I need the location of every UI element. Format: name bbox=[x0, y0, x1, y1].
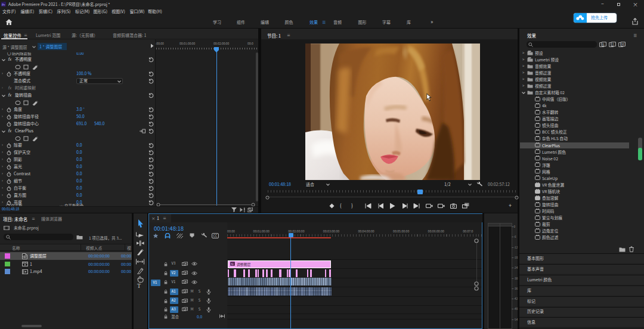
svg-text:3: 3 bbox=[612, 42, 614, 46]
svg-text:CC: CC bbox=[213, 234, 218, 238]
svg-text:6: 6 bbox=[602, 42, 604, 46]
svg-text:M: M bbox=[621, 42, 624, 46]
